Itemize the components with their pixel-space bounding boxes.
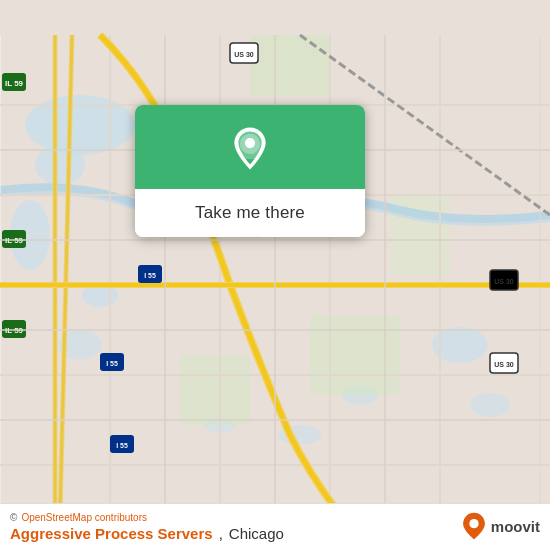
- svg-text:IL 59: IL 59: [5, 79, 24, 88]
- map-background: IL 59 IL 59 IL 59 I 55 I 55 I 55 US 30 U…: [0, 0, 550, 550]
- svg-point-2: [35, 145, 85, 185]
- popup-green-area: [135, 105, 365, 189]
- svg-rect-13: [310, 315, 400, 395]
- svg-point-7: [470, 393, 510, 417]
- copyright-symbol: ©: [10, 512, 17, 523]
- svg-rect-12: [180, 355, 250, 425]
- take-me-there-button[interactable]: Take me there: [135, 189, 365, 237]
- openstreetmap-link[interactable]: OpenStreetMap contributors: [21, 512, 147, 523]
- svg-text:I 55: I 55: [144, 272, 156, 279]
- popup-card: Take me there: [135, 105, 365, 237]
- svg-rect-11: [250, 35, 330, 95]
- svg-text:US 30: US 30: [494, 278, 514, 285]
- separator: ,: [219, 525, 223, 542]
- svg-text:US 30: US 30: [494, 361, 514, 368]
- svg-text:I 55: I 55: [116, 442, 128, 449]
- location-title: Aggressive Process Servers: [10, 525, 213, 542]
- location-pin-icon: [228, 127, 272, 171]
- location-city: Chicago: [229, 525, 284, 542]
- moovit-pin-icon: [460, 512, 488, 540]
- svg-point-60: [245, 138, 255, 148]
- svg-point-61: [469, 519, 478, 528]
- svg-text:I 55: I 55: [106, 360, 118, 367]
- svg-text:US 30: US 30: [234, 51, 254, 58]
- moovit-text: moovit: [491, 518, 540, 535]
- map-container: IL 59 IL 59 IL 59 I 55 I 55 I 55 US 30 U…: [0, 0, 550, 550]
- moovit-logo: moovit: [460, 512, 540, 540]
